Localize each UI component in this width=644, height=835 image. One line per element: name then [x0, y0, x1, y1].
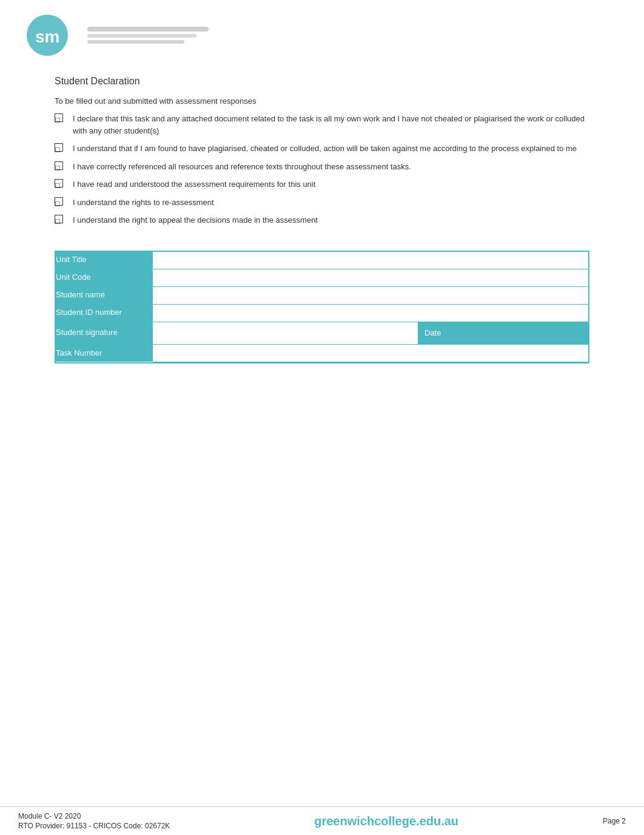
task-number-input[interactable] [153, 345, 588, 362]
page-wrapper: sm Student Declaration To be filled out … [0, 0, 644, 835]
declaration-list: □ I declare that this task and any attac… [55, 113, 589, 226]
student-name-input[interactable] [153, 287, 588, 304]
declaration-item-4: □ I have read and understood the assessm… [55, 178, 589, 191]
sig-date-container: Date [153, 322, 588, 344]
task-number-value-cell [153, 344, 588, 362]
unit-title-row: Unit Title [56, 252, 588, 269]
main-content: Student Declaration To be filled out and… [0, 64, 644, 376]
declaration-item-2: □ I understand that if I am found to hav… [55, 143, 589, 155]
unit-code-value-cell [153, 269, 588, 286]
student-signature-label: Student signature [56, 322, 153, 344]
date-label: Date [424, 328, 441, 337]
declaration-item-3: □ I have correctly referenced all resour… [55, 161, 589, 173]
logo-line-2 [87, 34, 196, 38]
svg-text:sm: sm [35, 27, 59, 46]
page-title: Student Declaration [55, 76, 589, 87]
college-logo-icon: sm [24, 12, 79, 58]
checkbox-2[interactable]: □ [55, 143, 63, 152]
unit-code-row: Unit Code [56, 269, 588, 286]
declaration-form-table: Unit Title Unit Code Student [55, 251, 589, 363]
footer-website: greenwichcollege. edu.au [314, 814, 458, 828]
logo-line-1 [87, 27, 209, 32]
signature-value-cell [153, 322, 418, 344]
footer-line2: RTO Provider: 91153 - CRICOS Code: 02672… [18, 822, 170, 830]
declaration-text-1: I declare that this task and any attache… [73, 113, 589, 137]
unit-code-label: Unit Code [56, 269, 153, 286]
declaration-text-4: I have read and understood the assessmen… [73, 178, 315, 191]
task-number-label: Task Number [56, 344, 153, 362]
declaration-text-3: I have correctly referenced all resource… [73, 161, 411, 173]
unit-title-label: Unit Title [56, 252, 153, 269]
unit-title-value [153, 252, 588, 269]
form-table: Unit Title Unit Code Student [56, 252, 588, 362]
footer-website-part1: greenwichcollege. [314, 814, 419, 828]
unit-code-value [153, 269, 588, 286]
unit-title-value-cell [153, 252, 588, 269]
footer-page-number: Page 2 [603, 817, 626, 825]
signature-date-row: Student signature Date [56, 322, 588, 344]
student-id-value-cell [153, 304, 588, 322]
task-number-row: Task Number [56, 344, 588, 362]
declaration-item-6: □ I understand the right to appeal the d… [55, 214, 589, 226]
declaration-intro: To be filled out and submitted with asse… [55, 96, 589, 106]
footer-left: Module C- V2 2020 RTO Provider: 91153 - … [18, 812, 170, 830]
checkbox-1[interactable]: □ [55, 113, 63, 122]
student-id-input[interactable] [153, 305, 588, 322]
checkbox-3[interactable]: □ [55, 161, 63, 170]
signature-date-cell: Date [153, 322, 588, 344]
declaration-text-2: I understand that if I am found to have … [73, 143, 577, 155]
logo-line-3 [87, 40, 184, 44]
checkbox-5[interactable]: □ [55, 197, 63, 206]
checkbox-4[interactable]: □ [55, 179, 63, 188]
logo-container: sm [24, 12, 209, 58]
student-id-label: Student ID number [56, 304, 153, 322]
header: sm [0, 0, 644, 64]
declaration-item-5: □ I understand the rights to re-assessme… [55, 197, 589, 209]
declaration-item-1: □ I declare that this task and any attac… [55, 113, 589, 137]
signature-input[interactable] [156, 325, 414, 342]
student-id-row: Student ID number [56, 304, 588, 322]
footer-website-part2: edu.au [420, 814, 458, 828]
footer-line1: Module C- V2 2020 [18, 812, 170, 820]
student-name-row: Student name [56, 286, 588, 304]
logo-text-lines [87, 27, 209, 44]
declaration-text-6: I understand the right to appeal the dec… [73, 214, 318, 226]
date-label-cell: Date [418, 322, 588, 344]
declaration-text-5: I understand the rights to re-assessment [73, 197, 214, 209]
checkbox-6[interactable]: □ [55, 215, 63, 223]
footer: Module C- V2 2020 RTO Provider: 91153 - … [0, 806, 644, 835]
student-name-value-cell [153, 286, 588, 304]
student-name-label: Student name [56, 286, 153, 304]
